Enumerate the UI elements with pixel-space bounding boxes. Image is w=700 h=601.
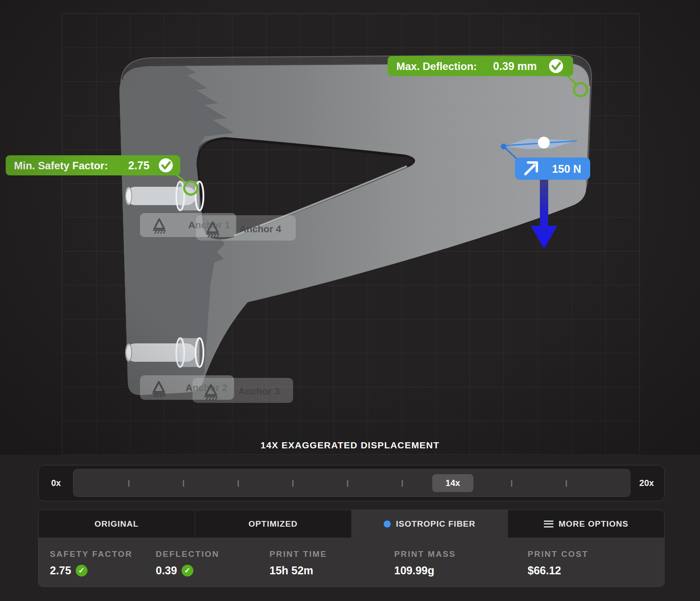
stat-print-cost: PRINT COST $66.12 [528,549,588,577]
anchor-label-4[interactable]: Anchor 4 [196,215,296,241]
max-deflection-value: 0.39 mm [493,60,537,72]
stat-value: 0.39 [156,564,177,577]
3d-viewport[interactable]: Anchor 1 Anchor 4 Anchor 2 Anchor 3 [0,0,700,455]
tab-label: ORIGINAL [94,519,139,529]
stat-value: 15h 52m [270,564,313,577]
tab-optimized[interactable]: OPTIMIZED [195,510,352,538]
stat-print-mass: PRINT MASS 109.99g [394,549,456,577]
anchor-label-text: Anchor 4 [239,224,281,234]
slider-tick [347,480,348,487]
slider-tick [511,480,512,487]
slider-handle[interactable]: 14x [432,474,473,492]
design-tabs: ORIGINAL OPTIMIZED ISOTROPIC FIBER MORE … [38,510,664,538]
stat-label: DEFLECTION [156,549,219,559]
tab-isotropic-fiber[interactable]: ISOTROPIC FIBER [352,510,508,538]
check-icon [159,158,173,172]
tab-label: MORE OPTIONS [559,519,629,529]
slider-track[interactable]: 14x [73,469,630,497]
menu-icon [544,519,553,529]
check-icon [549,59,563,73]
stat-label: PRINT MASS [394,549,456,559]
slider-tick [566,480,567,487]
results-panel: ORIGINAL OPTIMIZED ISOTROPIC FIBER MORE … [38,510,665,587]
slider-tick [402,480,403,487]
slider-tick [128,480,130,487]
stat-value: $66.12 [528,564,561,577]
slider-tick [183,480,184,487]
stat-safety-factor: SAFETY FACTOR 2.75 ✓ [50,549,133,577]
slider-max-label: 20x [629,465,664,500]
min-safety-label: Min. Safety Factor: [14,160,108,171]
anchor-label-3[interactable]: Anchor 3 [192,378,293,403]
slider-min-label: 0x [38,465,74,500]
force-handle-dot[interactable] [538,137,550,149]
check-icon: ✓ [76,565,88,577]
anchor-label-text: Anchor 3 [238,386,280,397]
max-deflection-label: Max. Deflection: [396,60,477,72]
tab-label: ISOTROPIC FIBER [396,519,476,529]
tab-label: OPTIMIZED [248,519,298,529]
force-value: 150 N [552,163,581,175]
force-badge[interactable]: 150 N [515,157,590,180]
displacement-caption: 14X EXAGGERATED DISPLACEMENT [0,440,700,451]
stat-print-time: PRINT TIME 15h 52m [270,549,327,577]
stat-value: 2.75 [50,564,71,577]
simulation-scene: Anchor 1 Anchor 4 Anchor 2 Anchor 3 [0,0,700,455]
stat-deflection: DEFLECTION 0.39 ✓ [156,549,219,577]
tab-more-options[interactable]: MORE OPTIONS [508,510,664,538]
stat-value: 109.99g [394,564,434,577]
active-dot-icon [384,521,391,528]
stat-label: SAFETY FACTOR [50,549,133,559]
stat-label: PRINT TIME [270,549,327,559]
app-window: Anchor 1 Anchor 4 Anchor 2 Anchor 3 [0,0,700,601]
slider-tick [292,480,294,487]
stat-label: PRINT COST [528,549,588,559]
min-safety-value: 2.75 [128,159,150,171]
slider-tick [238,480,239,487]
check-icon: ✓ [182,565,193,577]
displacement-slider: 0x 14x 20x [38,465,665,501]
tab-original[interactable]: ORIGINAL [38,510,195,538]
